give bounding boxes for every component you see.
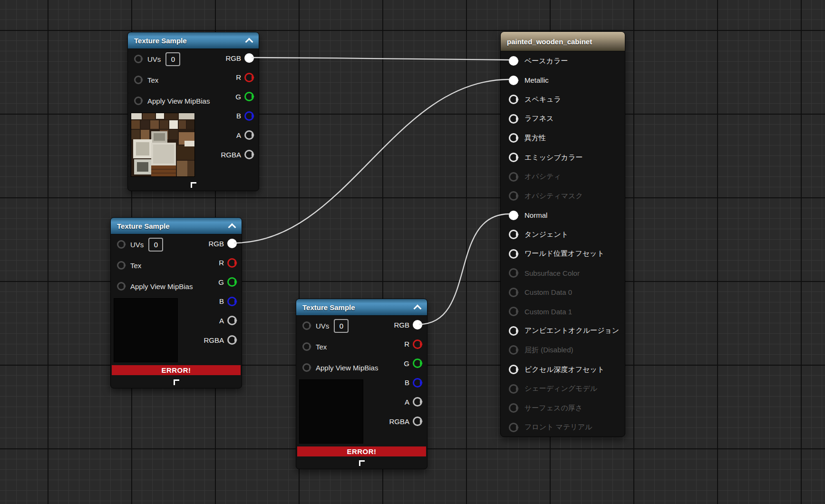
- output-pin-rgb[interactable]: [413, 320, 422, 330]
- expand-chevron-icon[interactable]: [359, 460, 365, 466]
- material-pin-row-opacity: オパシティ: [501, 167, 625, 186]
- pin-tangent[interactable]: [509, 230, 518, 239]
- material-pin-row-anisotropy: 異方性: [501, 128, 625, 148]
- pin-opacity[interactable]: [509, 172, 518, 182]
- material-pin-row-shading-model: シェーディングモデル: [501, 379, 625, 398]
- pin-surface-thickness[interactable]: [509, 403, 518, 413]
- output-pin-g[interactable]: [413, 359, 422, 368]
- output-pin-b[interactable]: [227, 297, 237, 306]
- input-pin-mipbias[interactable]: [134, 97, 143, 105]
- input-pin-label: Tex: [147, 76, 158, 84]
- uvs-value-box[interactable]: 0: [148, 238, 163, 252]
- pin-label: エミッシブカラー: [524, 153, 582, 162]
- input-pin-row-tex: Tex: [117, 255, 193, 276]
- pin-label: シェーディングモデル: [524, 384, 597, 393]
- node-header[interactable]: Texture Sample: [128, 32, 259, 49]
- output-pin-r[interactable]: [227, 258, 237, 268]
- pin-normal[interactable]: [509, 211, 518, 220]
- input-pin-column: UVs 0 Tex Apply View MipBias: [117, 234, 193, 297]
- output-pin-label: R: [219, 259, 224, 267]
- input-pin-tex[interactable]: [134, 76, 143, 84]
- output-pin-row-a: A: [236, 126, 254, 145]
- output-pin-g[interactable]: [227, 277, 237, 287]
- input-pin-label: UVs: [316, 322, 329, 330]
- input-pin-uvs[interactable]: [134, 55, 143, 63]
- pin-ambient-occlusion[interactable]: [509, 326, 518, 336]
- pin-label: ワールド位置オフセット: [524, 249, 604, 258]
- output-pin-a[interactable]: [244, 130, 254, 140]
- node-texture-sample-2[interactable]: Texture Sample UVs 0 Tex Apply View MipB…: [110, 217, 242, 388]
- collapse-chevron-icon[interactable]: [228, 223, 236, 232]
- material-pin-row-pixel-depth-offset: ピクセル深度オフセット: [501, 360, 625, 379]
- output-pin-b[interactable]: [244, 111, 254, 121]
- material-pin-row-refraction: 屈折 (Disabled): [501, 340, 625, 360]
- output-pin-rgb[interactable]: [244, 53, 254, 63]
- uvs-value-box[interactable]: 0: [334, 319, 349, 333]
- pin-emissive[interactable]: [509, 153, 518, 162]
- output-pin-row-rgba: RGBA: [204, 330, 237, 350]
- output-pin-rgba[interactable]: [413, 417, 422, 426]
- pin-world-position-offset[interactable]: [509, 249, 518, 259]
- pin-anisotropy[interactable]: [509, 133, 518, 143]
- collapse-chevron-icon[interactable]: [245, 38, 253, 46]
- node-header[interactable]: Texture Sample: [296, 299, 427, 316]
- input-pin-uvs[interactable]: [117, 240, 126, 249]
- input-pin-label: Apply View MipBias: [130, 282, 193, 291]
- pin-opacity-mask[interactable]: [509, 191, 518, 201]
- pin-label: 異方性: [524, 134, 546, 143]
- input-pin-row-mipbias: Apply View MipBias: [134, 90, 210, 111]
- input-pin-mipbias[interactable]: [302, 363, 311, 372]
- output-pin-column: RGB R G B A RGBA: [389, 315, 422, 431]
- output-pin-r[interactable]: [244, 73, 254, 82]
- input-pin-tex[interactable]: [117, 261, 126, 270]
- expand-chevron-icon[interactable]: [191, 182, 196, 188]
- node-texture-sample-1[interactable]: Texture Sample UVs 0 Tex Apply View MipB…: [127, 32, 259, 191]
- input-pin-row-tex: Tex: [302, 336, 378, 357]
- output-pin-r[interactable]: [413, 339, 422, 349]
- output-pin-label: B: [236, 112, 241, 120]
- output-pin-g[interactable]: [244, 92, 254, 101]
- pin-refraction[interactable]: [509, 345, 518, 355]
- pin-label: サーフェスの厚さ: [524, 404, 582, 413]
- pin-label: Subsurface Color: [524, 269, 580, 277]
- pin-label: Custom Data 1: [524, 308, 572, 316]
- pin-pixel-depth-offset[interactable]: [509, 365, 518, 374]
- output-pin-b[interactable]: [413, 378, 422, 388]
- node-header[interactable]: Texture Sample: [111, 218, 242, 234]
- output-pin-column: RGB R G B A RGBA: [204, 234, 237, 349]
- texture-thumbnail-preview: [131, 113, 194, 176]
- node-texture-sample-3[interactable]: Texture Sample UVs 0 Tex Apply View MipB…: [296, 299, 427, 469]
- pin-metallic[interactable]: [509, 76, 518, 85]
- material-pin-row-ambient-occlusion: アンビエントオクルージョン: [501, 321, 625, 341]
- material-pin-row-custom-data-0: Custom Data 0: [501, 283, 625, 302]
- pin-roughness[interactable]: [509, 114, 518, 124]
- pin-subsurface-color[interactable]: [509, 268, 518, 278]
- output-pin-row-a: A: [405, 392, 422, 412]
- output-pin-rgba[interactable]: [244, 150, 254, 159]
- pin-front-material[interactable]: [509, 423, 518, 432]
- pin-shading-model[interactable]: [509, 384, 518, 394]
- pin-basecolor[interactable]: [509, 56, 518, 66]
- output-pin-a[interactable]: [227, 316, 237, 325]
- collapse-chevron-icon[interactable]: [414, 305, 422, 313]
- node-material-result[interactable]: painted_wooden_cabinet ベースカラー Metallic ス…: [500, 31, 625, 437]
- output-pin-label: RGB: [208, 240, 224, 248]
- node-header[interactable]: painted_wooden_cabinet: [501, 32, 625, 51]
- input-pin-mipbias[interactable]: [117, 282, 126, 291]
- pin-custom-data-1[interactable]: [509, 307, 518, 316]
- material-pin-row-subsurface-color: Subsurface Color: [501, 263, 625, 283]
- input-pin-tex[interactable]: [302, 342, 311, 351]
- pin-custom-data-0[interactable]: [509, 288, 518, 297]
- output-pin-rgb[interactable]: [227, 239, 237, 248]
- pin-specular[interactable]: [509, 95, 518, 104]
- input-pin-label: Apply View MipBias: [316, 364, 378, 372]
- output-pin-rgba[interactable]: [227, 335, 237, 345]
- expand-chevron-icon[interactable]: [174, 379, 179, 385]
- output-pin-a[interactable]: [413, 397, 422, 407]
- material-pin-row-metallic: Metallic: [501, 71, 625, 90]
- output-pin-row-rgb: RGB: [225, 48, 254, 68]
- material-pin-row-basecolor: ベースカラー: [501, 51, 625, 71]
- uvs-value-box[interactable]: 0: [165, 52, 180, 66]
- input-pin-uvs[interactable]: [302, 321, 311, 330]
- output-pin-label: A: [219, 317, 224, 325]
